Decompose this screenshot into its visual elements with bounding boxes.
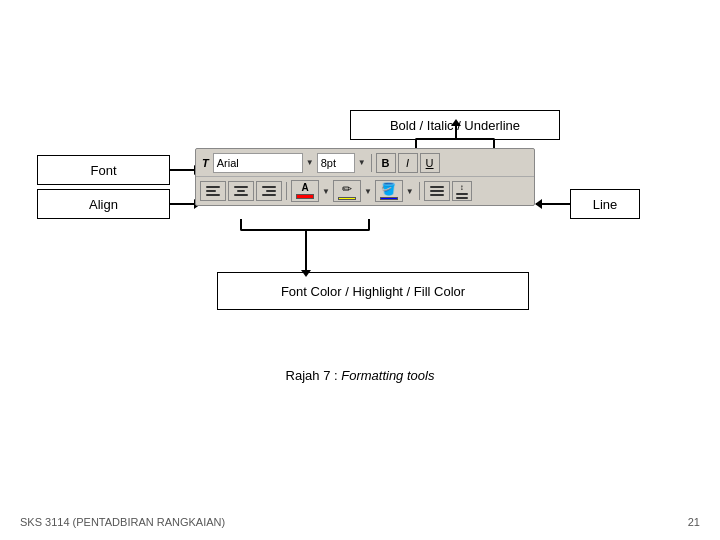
toolbar-row-2: A ▼ ✏ ▼ 🪣 ▼: [196, 177, 534, 205]
caption-italic-text: Formatting tools: [341, 368, 434, 383]
font-color-label-text: Font Color / Highlight / Fill Color: [281, 284, 465, 299]
text-icon: T: [200, 157, 211, 169]
font-color-letter: A: [301, 183, 308, 193]
font-color-dropdown[interactable]: ▼: [321, 187, 331, 196]
align-center-icon: [232, 184, 250, 198]
font-size-box[interactable]: 8pt: [317, 153, 355, 173]
align-left-icon: [204, 184, 222, 198]
fill-color-dropdown[interactable]: ▼: [405, 187, 415, 196]
highlight-color-swatch: [338, 197, 356, 200]
fill-color-button[interactable]: 🪣: [375, 180, 403, 202]
highlight-icon: ✏: [342, 182, 352, 196]
align-label-text: Align: [89, 197, 118, 212]
footer-left: SKS 3114 (PENTADBIRAN RANGKAIAN): [20, 516, 225, 528]
justify-icon: [428, 184, 446, 198]
line-label: Line: [570, 189, 640, 219]
font-size-value: 8pt: [321, 157, 336, 169]
line-spacing-icon: ↕: [456, 184, 468, 199]
fill-color-swatch: [380, 197, 398, 200]
font-label-text: Font: [90, 163, 116, 178]
line-label-text: Line: [593, 197, 618, 212]
caption-prefix: Rajah 7 :: [286, 368, 342, 383]
align-label: Align: [37, 189, 170, 219]
font-color-label: Font Color / Highlight / Fill Color: [217, 272, 529, 310]
font-name-dropdown-arrow[interactable]: ▼: [305, 158, 315, 167]
page: Font Align Bold / Italic / Underline Fon…: [0, 0, 720, 540]
align-left-button[interactable]: [200, 181, 226, 201]
font-color-button[interactable]: A: [291, 180, 319, 202]
font-name-box[interactable]: Arial: [213, 153, 303, 173]
font-color-swatch: [296, 194, 314, 199]
align-center-button[interactable]: [228, 181, 254, 201]
underline-button[interactable]: U: [420, 153, 440, 173]
toolbar-row-1: T Arial ▼ 8pt ▼ B I U: [196, 149, 534, 177]
line-spacing-button[interactable]: ↕: [452, 181, 472, 201]
footer-right: 21: [688, 516, 700, 528]
bold-button[interactable]: B: [376, 153, 396, 173]
arrow-line: [536, 203, 571, 205]
fill-color-icon: 🪣: [381, 182, 396, 196]
toolbar: T Arial ▼ 8pt ▼ B I U: [195, 148, 535, 206]
caption: Rajah 7 : Formatting tools: [0, 368, 720, 383]
arrow-brace-color: [305, 231, 307, 271]
separator-1: [371, 154, 372, 172]
brace-color: [240, 219, 370, 231]
align-right-button[interactable]: [256, 181, 282, 201]
highlight-dropdown[interactable]: ▼: [363, 187, 373, 196]
font-name-value: Arial: [217, 157, 239, 169]
highlight-button[interactable]: ✏: [333, 180, 361, 202]
font-label: Font: [37, 155, 170, 185]
align-right-icon: [260, 184, 278, 198]
justify-button[interactable]: [424, 181, 450, 201]
separator-2: [286, 182, 287, 200]
separator-3: [419, 182, 420, 200]
italic-button[interactable]: I: [398, 153, 418, 173]
font-size-dropdown-arrow[interactable]: ▼: [357, 158, 367, 167]
arrow-brace-bold: [455, 125, 457, 139]
footer: SKS 3114 (PENTADBIRAN RANGKAIAN) 21: [0, 516, 720, 528]
